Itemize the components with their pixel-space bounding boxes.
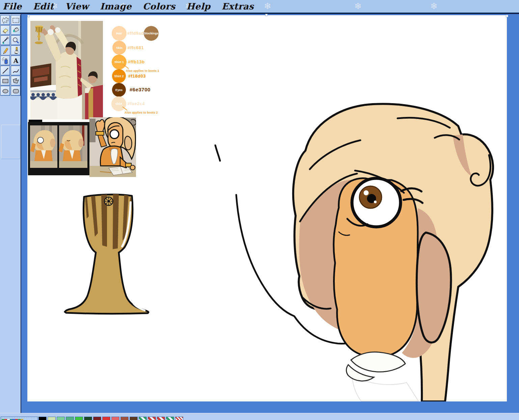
tool-rectangle[interactable] — [0, 76, 10, 86]
swatch-dark-brown[interactable] — [130, 417, 138, 420]
swatch-dark-green[interactable] — [84, 417, 92, 420]
swatch-red[interactable] — [102, 417, 110, 420]
tool-polygon[interactable] — [11, 76, 21, 86]
canvas-artwork — [27, 15, 507, 401]
swatch-black[interactable] — [38, 417, 47, 420]
swatch-candy-red[interactable] — [148, 417, 156, 420]
swatch-pale-green[interactable] — [48, 417, 56, 420]
menu-extras[interactable]: Extras — [222, 1, 254, 11]
snowflake-icon: ❄ — [430, 1, 438, 11]
tool-grid: A — [0, 14, 21, 96]
svg-text:A: A — [13, 57, 18, 64]
swatch-candy-red-2[interactable] — [157, 417, 165, 420]
reference-image-character — [89, 117, 136, 177]
tool-select[interactable] — [11, 15, 21, 25]
swatch-candy-green-2[interactable] — [166, 417, 174, 420]
tool-rounded-rectangle[interactable] — [11, 86, 21, 96]
tool-ellipse[interactable] — [0, 86, 10, 96]
tool-airbrush[interactable] — [0, 56, 10, 65]
reference-frames-pixelated — [28, 122, 89, 175]
swatch-maroon[interactable] — [93, 417, 101, 420]
color-bar — [0, 413, 519, 420]
tool-curve[interactable] — [11, 66, 21, 76]
menu-bar: ❄ ❄ ❄ ❄ ❄ ❄ ❄ File Edit View Image Color… — [0, 0, 519, 12]
swatch-brown[interactable] — [120, 417, 129, 420]
reference-photo-priest — [30, 21, 103, 119]
menu-file[interactable]: File — [3, 1, 22, 11]
cravat — [351, 352, 405, 372]
character-drawing — [293, 104, 493, 401]
tool-text[interactable]: A — [11, 56, 21, 65]
paint-window: ❄ ❄ ❄ ❄ ❄ ❄ ❄ File Edit View Image Color… — [0, 0, 519, 420]
menu-colors[interactable]: Colors — [143, 1, 175, 11]
menu-image[interactable]: Image — [100, 1, 132, 11]
palette-swatches — [38, 417, 183, 420]
canvas-handle-top-right[interactable] — [506, 15, 508, 17]
chalice-drawing — [65, 194, 148, 314]
swatch-light-green[interactable] — [57, 417, 65, 420]
tool-options-box[interactable] — [1, 125, 20, 159]
tool-eraser[interactable] — [0, 25, 10, 35]
menu-edit[interactable]: Edit — [33, 1, 54, 11]
menu-help[interactable]: Help — [187, 1, 211, 11]
snowflake-icon: ❄ — [264, 1, 271, 11]
tool-fill-with-color[interactable] — [11, 25, 21, 35]
tool-pick-color[interactable] — [0, 35, 10, 45]
current-color-box — [1, 417, 38, 420]
black-mark — [29, 120, 42, 122]
tool-palette: A — [0, 14, 21, 413]
drawing-canvas[interactable]: Hair #ffd9ad Stockings Skin #ffc681 Shir… — [27, 15, 507, 401]
tool-magnifier[interactable] — [11, 35, 21, 45]
tool-line[interactable] — [0, 66, 10, 76]
swatch-candy-red-thin[interactable] — [175, 417, 183, 420]
tool-pencil[interactable] — [0, 46, 10, 55]
swatch-candy-green[interactable] — [139, 417, 147, 420]
snowflake-icon: ❄ — [354, 1, 362, 11]
canvas-handle-top-center[interactable] — [265, 14, 268, 16]
tool-brush[interactable] — [11, 46, 21, 55]
swatch-sea-green[interactable] — [66, 417, 74, 420]
tool-free-form-select[interactable] — [0, 15, 10, 25]
swatch-bright-green[interactable] — [75, 417, 83, 420]
swatch-salmon[interactable] — [111, 417, 119, 420]
canvas-handle-top-left[interactable] — [27, 15, 30, 17]
menu-view[interactable]: View — [65, 1, 89, 11]
